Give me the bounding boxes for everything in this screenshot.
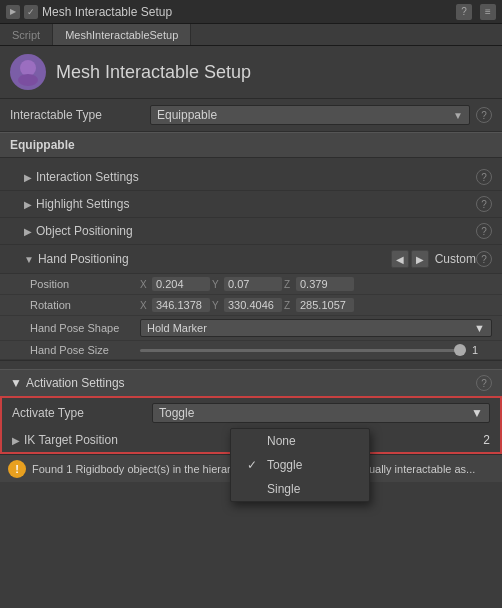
activate-dropdown-arrow: ▼ — [471, 406, 483, 420]
equippable-header: Equippable — [0, 132, 502, 158]
object-positioning-arrow: ▶ — [24, 226, 32, 237]
hand-pose-size-value: 1 — [472, 344, 492, 356]
hand-pose-size-slider-track[interactable] — [140, 349, 466, 352]
dropdown-option-toggle[interactable]: ✓ Toggle — [231, 453, 369, 477]
rotation-xyz: X Y Z — [140, 298, 492, 312]
hand-positioning-help[interactable]: ? — [476, 251, 492, 267]
hand-pose-size-row: Hand Pose Size 1 — [0, 341, 502, 360]
activate-type-dropdown[interactable]: Toggle ▼ — [152, 403, 490, 423]
position-y-input[interactable] — [224, 277, 282, 291]
interaction-settings-label: Interaction Settings — [36, 170, 476, 184]
rz-label: Z — [284, 300, 294, 311]
title-bar-left: ▶ ✓ Mesh Interactable Setup — [6, 5, 456, 19]
hand-positioning-fields: Position X Y Z Rotation X Y — [0, 274, 502, 361]
rotation-y-input[interactable] — [224, 298, 282, 312]
rotation-z: Z — [284, 298, 354, 312]
ik-target-label: ▶ IK Target Position — [12, 433, 152, 447]
activate-type-popup: None ✓ Toggle Single — [230, 428, 370, 502]
activation-section: ▼ Activation Settings ? Activate Type To… — [0, 369, 502, 454]
interactable-type-help[interactable]: ? — [476, 107, 492, 123]
hand-positioning-row: ▼ Hand Positioning ◀ ▶ Custom ? — [0, 245, 502, 274]
position-x-input[interactable] — [152, 277, 210, 291]
hand-pose-shape-arrow: ▼ — [474, 322, 485, 334]
interactable-type-label: Interactable Type — [10, 108, 150, 122]
position-x: X — [140, 277, 210, 291]
highlight-settings-row[interactable]: ▶ Highlight Settings ? — [0, 191, 502, 218]
title-bar: ▶ ✓ Mesh Interactable Setup ? ≡ — [0, 0, 502, 24]
position-field-row: Position X Y Z — [0, 274, 502, 295]
activation-header-left: ▼ Activation Settings — [10, 376, 125, 390]
hand-positioning-nav: ◀ ▶ — [391, 250, 429, 268]
rx-label: X — [140, 300, 150, 311]
rotation-label: Rotation — [30, 299, 140, 311]
activate-type-value: Toggle — [159, 406, 194, 420]
highlight-settings-label: Highlight Settings — [36, 197, 476, 211]
hand-positioning-label: Hand Positioning — [38, 252, 385, 266]
rotation-x-input[interactable] — [152, 298, 210, 312]
nav-right-button[interactable]: ▶ — [411, 250, 429, 268]
x-label: X — [140, 279, 150, 290]
rotation-field-row: Rotation X Y Z — [0, 295, 502, 316]
rotation-x: X — [140, 298, 210, 312]
rotation-y: Y — [212, 298, 282, 312]
hand-pose-shape-value: Hold Marker — [147, 322, 207, 334]
object-positioning-help[interactable]: ? — [476, 223, 492, 239]
dropdown-option-single[interactable]: Single — [231, 477, 369, 501]
interaction-settings-help[interactable]: ? — [476, 169, 492, 185]
header-icon — [10, 54, 46, 90]
ik-target-arrow: ▶ — [12, 435, 20, 446]
ry-label: Y — [212, 300, 222, 311]
title-bar-checkbox[interactable]: ✓ — [24, 5, 38, 19]
activation-help[interactable]: ? — [476, 375, 492, 391]
activation-label: Activation Settings — [26, 376, 125, 390]
title-bar-icon: ▶ — [6, 5, 20, 19]
highlight-settings-arrow: ▶ — [24, 199, 32, 210]
hand-positioning-arrow: ▼ — [24, 254, 34, 265]
position-label: Position — [30, 278, 140, 290]
rotation-z-input[interactable] — [296, 298, 354, 312]
hand-positioning-value: Custom — [435, 252, 476, 266]
activate-type-label: Activate Type — [12, 406, 152, 420]
menu-button[interactable]: ≡ — [480, 4, 496, 20]
dropdown-arrow-icon: ▼ — [453, 110, 463, 121]
nav-left-button[interactable]: ◀ — [391, 250, 409, 268]
position-y: Y — [212, 277, 282, 291]
help-button[interactable]: ? — [456, 4, 472, 20]
interactable-type-dropdown[interactable]: Equippable ▼ — [150, 105, 470, 125]
position-xyz: X Y Z — [140, 277, 492, 291]
svg-point-1 — [18, 74, 38, 86]
z-label: Z — [284, 279, 294, 290]
position-z: Z — [284, 277, 354, 291]
highlight-settings-help[interactable]: ? — [476, 196, 492, 212]
position-z-input[interactable] — [296, 277, 354, 291]
object-positioning-row[interactable]: ▶ Object Positioning ? — [0, 218, 502, 245]
dropdown-option-none[interactable]: None — [231, 429, 369, 453]
header: Mesh Interactable Setup — [0, 46, 502, 99]
header-title: Mesh Interactable Setup — [56, 62, 251, 83]
tab-script[interactable]: Script — [0, 24, 53, 45]
interaction-settings-row[interactable]: ▶ Interaction Settings ? — [0, 164, 502, 191]
warning-icon: ! — [8, 460, 26, 478]
hand-pose-size-slider-container: 1 — [140, 344, 492, 356]
hand-pose-shape-label: Hand Pose Shape — [30, 322, 140, 334]
activate-type-row: Activate Type Toggle ▼ — [0, 396, 502, 428]
hand-pose-shape-row: Hand Pose Shape Hold Marker ▼ — [0, 316, 502, 341]
y-label: Y — [212, 279, 222, 290]
tab-bar: Script MeshInteractableSetup — [0, 24, 502, 46]
hand-pose-size-slider-thumb — [454, 344, 466, 356]
activation-header: ▼ Activation Settings ? — [0, 370, 502, 396]
object-positioning-label: Object Positioning — [36, 224, 476, 238]
tab-mesh-interactable[interactable]: MeshInteractableSetup — [53, 24, 191, 45]
svg-point-0 — [20, 60, 36, 76]
interactable-type-row: Interactable Type Equippable ▼ ? — [0, 99, 502, 132]
activation-arrow: ▼ — [10, 376, 22, 390]
title-bar-title: Mesh Interactable Setup — [42, 5, 172, 19]
interactable-type-value: Equippable — [157, 108, 217, 122]
hand-pose-shape-dropdown[interactable]: Hold Marker ▼ — [140, 319, 492, 337]
interaction-settings-arrow: ▶ — [24, 172, 32, 183]
hand-pose-size-label: Hand Pose Size — [30, 344, 140, 356]
title-bar-right: ? ≡ — [456, 4, 496, 20]
